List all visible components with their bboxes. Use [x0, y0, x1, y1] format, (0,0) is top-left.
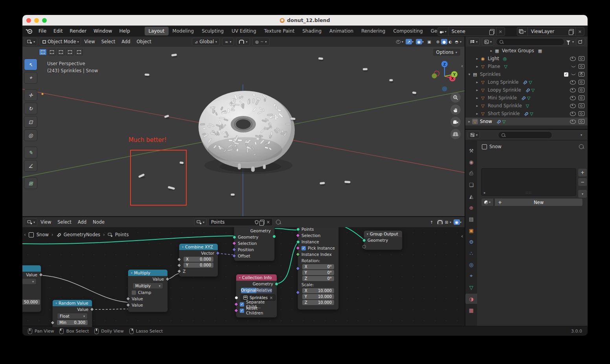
- new-collection-button[interactable]: [576, 38, 585, 46]
- overlays-toggle[interactable]: ◉: [416, 39, 422, 44]
- hide-viewport-icon[interactable]: [571, 64, 576, 67]
- min-field[interactable]: Min0.300: [57, 320, 88, 325]
- visibility-dropdown[interactable]: [395, 39, 402, 44]
- node-instance-on-points[interactable]: Points Selection Instance ✓ Pick Instanc…: [298, 227, 339, 310]
- viewport-tool-button[interactable]: [24, 116, 37, 128]
- pin-icon[interactable]: [579, 144, 584, 149]
- original-relative-toggle[interactable]: Original Relative: [241, 287, 272, 294]
- expander-icon[interactable]: ▸: [467, 119, 472, 123]
- workspace-tab[interactable]: Rendering: [357, 27, 389, 35]
- properties-tab[interactable]: [465, 271, 477, 281]
- viewlayer-name[interactable]: ViewLayer: [528, 29, 568, 34]
- outliner-search[interactable]: [496, 38, 564, 46]
- viewport-menu[interactable]: Select: [98, 38, 118, 46]
- mode-dropdown[interactable]: Object Mode▾: [40, 38, 81, 46]
- topbar-menu[interactable]: Render: [66, 27, 90, 35]
- breadcrumb-object-name[interactable]: Snow: [489, 144, 502, 149]
- select-mode-tweak[interactable]: [39, 49, 47, 55]
- disable-render-icon[interactable]: [579, 64, 584, 69]
- scale-field[interactable]: X10.000: [302, 288, 334, 293]
- properties-tab[interactable]: [465, 180, 477, 190]
- node-collection-info[interactable]: ▾Collection Info Geometry Original Relat…: [236, 274, 277, 318]
- node-editor-menu[interactable]: Node: [90, 218, 108, 226]
- orientation-dropdown[interactable]: ⊿Global▾: [192, 38, 220, 46]
- workspace-tab[interactable]: Texture Paint: [260, 27, 298, 35]
- properties-tab[interactable]: [465, 145, 477, 156]
- disable-render-icon[interactable]: [579, 96, 584, 100]
- hide-viewport-icon[interactable]: [570, 96, 576, 100]
- properties-tab[interactable]: [465, 168, 477, 178]
- node-editor-menu[interactable]: Add: [75, 218, 90, 226]
- hide-viewport-icon[interactable]: [571, 72, 576, 75]
- toggle-option[interactable]: Relative: [256, 288, 272, 293]
- properties-tab[interactable]: [465, 214, 477, 224]
- viewlayer-selector[interactable]: ▾ ViewLayer ×: [517, 27, 584, 36]
- proportional-edit-toggle[interactable]: ◎~▾: [252, 38, 269, 46]
- shading-wireframe-button[interactable]: ⊕: [435, 39, 441, 44]
- collection-info-checkbox[interactable]: ✓: [240, 309, 244, 313]
- pick-instance-checkbox[interactable]: ✓: [301, 246, 306, 250]
- viewlayer-icon[interactable]: ▾: [517, 28, 528, 35]
- outliner-row[interactable]: ▸ Light: [465, 55, 588, 63]
- viewport-tool-button[interactable]: [24, 129, 37, 141]
- scale-field[interactable]: Y10.000: [302, 294, 334, 299]
- rotation-field[interactable]: Z0°: [302, 276, 334, 281]
- toggle-option[interactable]: Original: [241, 288, 256, 293]
- snap-target-dropdown[interactable]: ∞▾: [222, 38, 234, 46]
- topbar-menu[interactable]: Edit: [50, 27, 66, 35]
- node-snap-mode[interactable]: ⊞: [443, 219, 450, 225]
- rotation-field[interactable]: Y0°: [302, 270, 334, 275]
- unlink-node-tree-icon[interactable]: ×: [266, 219, 270, 225]
- node-editor-menu[interactable]: Select: [54, 218, 74, 226]
- snap-toggle[interactable]: ▾: [236, 38, 250, 46]
- camera-view-button[interactable]: [450, 117, 461, 127]
- hide-viewport-icon[interactable]: [570, 57, 576, 61]
- viewport-canvas[interactable]: Options▾ User Perspective (243) Sprinkle…: [22, 47, 465, 216]
- node-math-multiply[interactable]: ▾Multiply Value Multiply▾ ✓Clamp Value V…: [128, 269, 168, 312]
- breadcrumb-nodetree[interactable]: Points: [115, 232, 129, 237]
- select-mode-circle[interactable]: [57, 49, 65, 55]
- rotation-field[interactable]: X0°: [302, 264, 334, 269]
- outliner-row[interactable]: ▾ Sprinkles ✓: [465, 70, 588, 78]
- operation-dropdown[interactable]: Multiply▾: [132, 283, 163, 289]
- disable-render-icon[interactable]: [579, 80, 584, 85]
- expander-icon[interactable]: ▸: [475, 64, 480, 68]
- hide-viewport-icon[interactable]: [570, 119, 576, 124]
- new-scene-icon[interactable]: [489, 28, 496, 35]
- properties-tab[interactable]: [465, 259, 477, 270]
- socket-instance-in[interactable]: [296, 240, 300, 244]
- workspace-tab[interactable]: Layout: [145, 27, 169, 35]
- viewport-sidebar-toggle[interactable]: ‹: [461, 63, 463, 69]
- outliner-row[interactable]: ▸ Snow: [465, 118, 588, 125]
- topbar-menu[interactable]: Help: [116, 27, 133, 35]
- zoom-button[interactable]: [450, 92, 461, 103]
- workspace-tab[interactable]: Shading: [298, 27, 325, 35]
- node-editor-menu[interactable]: View: [37, 218, 54, 226]
- outliner-row[interactable]: ▸ Loopy Sprinkle: [465, 86, 588, 94]
- outliner-row[interactable]: ▸ Plane: [465, 63, 588, 70]
- expander-icon[interactable]: ▸: [475, 104, 480, 108]
- display-mode-button[interactable]: ▾: [482, 38, 494, 46]
- properties-tab[interactable]: [465, 157, 477, 167]
- workspace-tab[interactable]: Compositing: [389, 27, 426, 35]
- hide-viewport-icon[interactable]: [570, 88, 576, 92]
- hide-viewport-icon[interactable]: [570, 112, 576, 116]
- slot-specials-button[interactable]: ▾: [578, 189, 587, 198]
- scene-icon[interactable]: ▾: [438, 28, 448, 35]
- properties-search[interactable]: [498, 131, 552, 139]
- disable-render-icon[interactable]: [579, 72, 584, 77]
- workspace-tab[interactable]: Modeling: [169, 27, 198, 35]
- outliner-row[interactable]: ▸ Mini Sprinkle: [465, 94, 588, 102]
- select-mode-extend[interactable]: [75, 49, 83, 55]
- outliner-row[interactable]: ▸ Short Sprinkle: [465, 110, 588, 118]
- ortho-grid-button[interactable]: [450, 129, 461, 139]
- expander-icon[interactable]: ▸: [475, 88, 480, 92]
- expander-icon[interactable]: ▸: [475, 57, 480, 61]
- node-snap-toggle[interactable]: [437, 219, 443, 225]
- resize-grip[interactable]: ::::: [525, 191, 532, 195]
- editor-type-button[interactable]: ▾: [25, 38, 37, 46]
- fake-user-shield-icon[interactable]: [255, 220, 259, 224]
- socket-geometry-in[interactable]: [233, 235, 236, 239]
- viewport-tool-button[interactable]: [24, 103, 37, 114]
- viewport-menu[interactable]: Object: [134, 38, 154, 46]
